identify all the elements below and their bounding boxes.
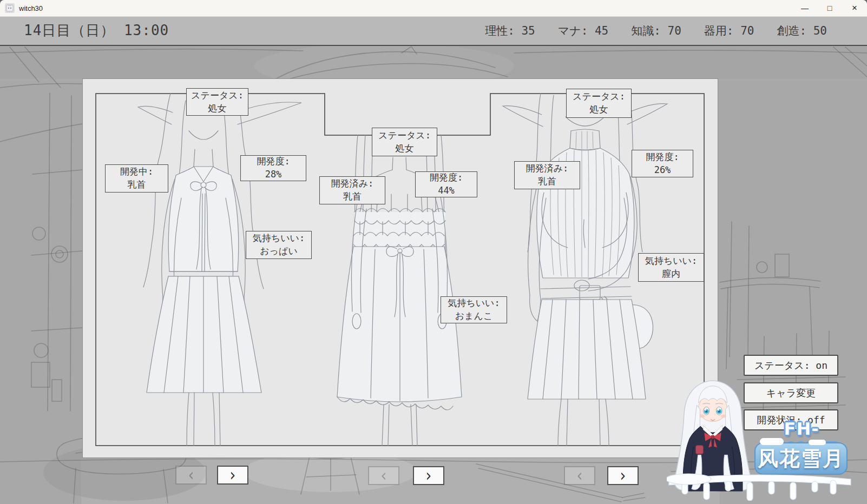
char1-prev-button[interactable]: ‹: [175, 466, 207, 485]
stat-creativity: 創造: 50: [777, 23, 827, 38]
label-line-2: 26%: [654, 164, 671, 177]
label-line-2: 乳首: [128, 178, 146, 191]
char2-development-box: 開発済み: 乳首: [319, 176, 385, 204]
watermark: FH-XY.NET 风花雪月: [667, 374, 853, 502]
app-icon-image: [6, 4, 14, 12]
chevron-left-icon: ‹: [577, 467, 583, 484]
char2-status-box: ステータス: 処女: [372, 128, 437, 156]
close-button[interactable]: ×: [842, 0, 867, 16]
char3-pleasure-box: 気持ちいい: 膣内: [638, 253, 704, 282]
maximize-button[interactable]: □: [817, 0, 842, 16]
stat-mana: マナ: 45: [558, 23, 609, 38]
char2-degree-box: 開発度: 44%: [415, 171, 477, 197]
hud-bar: 14日目（日） 13:00 理性: 35 マナ: 45 知識: 70 器用: 7…: [0, 16, 867, 46]
label-line-1: 開発済み:: [526, 162, 569, 175]
char3-development-box: 開発済み: 乳首: [514, 161, 580, 189]
char3-degree-box: 開発度: 26%: [632, 150, 693, 177]
char1-development-box: 開発中: 乳首: [105, 164, 168, 193]
chevron-right-icon: ›: [230, 467, 236, 483]
label-line-2: 処女: [590, 103, 608, 116]
snow-decoration: [809, 440, 826, 445]
chevron-right-icon: ›: [426, 467, 432, 484]
label-line-2: 膣内: [662, 268, 680, 281]
label-line-2: 処女: [396, 142, 414, 155]
label-line-2: 28%: [265, 168, 282, 181]
snow-decoration: [760, 438, 784, 445]
watermark-brand-badge: 风花雪月: [754, 442, 848, 475]
label-line-1: ステータス:: [573, 90, 625, 103]
label-line-1: 気持ちいい:: [645, 255, 697, 268]
title-bar: witch30 — □ ×: [0, 0, 867, 17]
stat-dexterity: 器用: 70: [704, 23, 754, 38]
chevron-left-icon: ‹: [381, 467, 387, 484]
char1-status-box: ステータス: 処女: [186, 88, 248, 116]
app-icon: [5, 3, 15, 13]
label-line-2: 乳首: [538, 175, 556, 188]
chevron-right-icon: ›: [620, 467, 626, 484]
char2-prev-button[interactable]: ‹: [368, 466, 399, 485]
char1-degree-box: 開発度: 28%: [240, 155, 306, 181]
character-1-sketch: [138, 94, 301, 446]
label-line-1: 開発中:: [120, 165, 153, 178]
label-line-1: 気持ちいい:: [253, 232, 305, 245]
window-controls: — □ ×: [792, 0, 867, 16]
char1-next-button[interactable]: ›: [217, 466, 248, 485]
label-line-1: 気持ちいい:: [448, 297, 500, 310]
datetime-label: 14日目（日） 13:00: [24, 21, 169, 40]
status-toggle-button[interactable]: ステータス: on: [744, 355, 838, 376]
label-line-2: 乳首: [343, 190, 362, 203]
snow-icicles-decoration: [667, 470, 853, 501]
window-title: witch30: [19, 4, 43, 12]
char2-next-button[interactable]: ›: [413, 466, 444, 485]
minimize-button[interactable]: —: [792, 0, 817, 16]
char2-pleasure-box: 気持ちいい: おまんこ: [441, 296, 507, 323]
label-line-2: おっぱい: [260, 245, 298, 258]
label-line-2: 処女: [208, 102, 227, 115]
label-line-1: 開発済み:: [331, 177, 374, 190]
chevron-left-icon: ‹: [188, 467, 194, 483]
stats-row: 理性: 35 マナ: 45 知識: 70 器用: 70 創造: 50: [485, 23, 867, 38]
label-line-1: 開発度:: [646, 151, 679, 164]
label-line-2: おまんこ: [455, 310, 493, 323]
label-line-1: 開発度:: [257, 155, 290, 168]
label-line-2: 44%: [438, 184, 455, 197]
char3-next-button[interactable]: ›: [607, 466, 639, 485]
char1-pleasure-box: 気持ちいい: おっぱい: [246, 231, 312, 259]
label-line-1: 開発度:: [430, 171, 463, 184]
stat-knowledge: 知識: 70: [631, 23, 681, 38]
game-window: witch30 — □ × 14日目（日） 13:00 理性: 35 マナ: 4…: [0, 0, 867, 504]
stat-reason: 理性: 35: [485, 23, 535, 38]
watermark-brand-text: 风花雪月: [758, 445, 844, 473]
char3-status-box: ステータス: 処女: [566, 89, 632, 118]
label-line-1: ステータス:: [191, 89, 244, 102]
character-panel: ステータス: 処女 開発中: 乳首 開発度: 28% 気持ちいい: おっぱい ス…: [82, 78, 718, 458]
label-line-1: ステータス:: [378, 129, 431, 142]
char3-prev-button[interactable]: ‹: [564, 466, 595, 485]
